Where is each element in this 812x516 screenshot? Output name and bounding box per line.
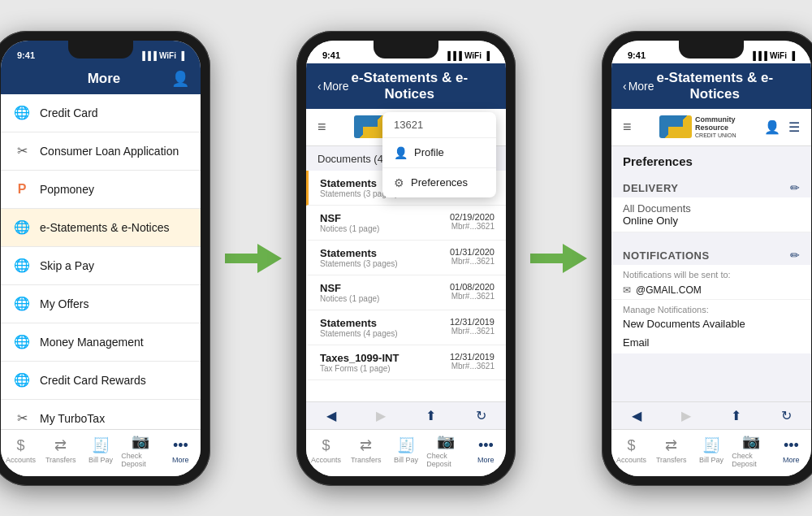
tab-bar-1: $ Accounts ⇄ Transfers 🧾 Bill Pay 📷 Chec… <box>1 429 201 476</box>
doc-item-1[interactable]: NSF Notices (1 page) 02/19/2020 Mbr#...3… <box>306 206 506 241</box>
arrow-2 <box>530 241 587 276</box>
doc-title-4: Statements <box>320 317 398 329</box>
more-icon-2: ••• <box>478 437 494 454</box>
docs-label: Documents (43) <box>317 153 393 165</box>
menu-item-money-mgmt[interactable]: 🌐 Money Management <box>1 323 201 362</box>
user-icon[interactable]: 👤 <box>171 70 189 88</box>
menu-item-estatements[interactable]: 🌐 e-Statements & e-Notices <box>1 209 201 247</box>
tab-accounts-1[interactable]: $ Accounts <box>2 437 41 464</box>
tab-transfers-2[interactable]: ⇄ Transfers <box>347 436 386 464</box>
tab-bar-2: $ Accounts ⇄ Transfers 🧾 Bill Pay 📷 Chec… <box>306 429 506 476</box>
tab-label-checkdeposit-2: Check Deposit <box>426 452 465 468</box>
tab-label-billpay-2: Bill Pay <box>394 456 418 464</box>
scissors-icon-2: ✂ <box>12 409 32 428</box>
nav-share-btn-3[interactable]: ⬆ <box>731 408 741 423</box>
doc-item-2[interactable]: Statements Statements (3 pages) 01/31/20… <box>306 241 506 275</box>
battery-icon: ▐ <box>179 51 184 60</box>
tab-more-3[interactable]: ••• More <box>771 437 810 464</box>
globe-icon-2: 🌐 <box>12 218 32 237</box>
tab-billpay-1[interactable]: 🧾 Bill Pay <box>81 436 120 464</box>
battery-icon-3: ▐ <box>789 51 795 60</box>
globe-icon-1: 🌐 <box>12 103 32 123</box>
back-button-3[interactable]: ‹ More <box>623 80 654 93</box>
status-bar-2: 9:41 ▐▐▐ WiFi ▐ <box>306 41 506 63</box>
billpay-icon-2: 🧾 <box>397 436 415 454</box>
tab-checkdeposit-1[interactable]: 📷 Check Deposit <box>121 432 160 468</box>
notif-sent-label: Notifications will be sent to: <box>611 265 811 281</box>
back-button-2[interactable]: ‹ More <box>317 80 349 93</box>
doc-item-3[interactable]: NSF Notices (1 page) 01/08/2020 Mbr#...3… <box>306 275 506 310</box>
doc-item-4[interactable]: Statements Statements (4 pages) 12/31/20… <box>306 310 506 345</box>
menu-item-consumer-loan[interactable]: ✂ Consumer Loan Application <box>1 132 201 171</box>
user-icon-3[interactable]: 👤 <box>764 119 780 135</box>
nav-forward-btn-2[interactable]: ▶ <box>376 408 386 423</box>
menu-item-turbotax[interactable]: ✂ My TurboTax <box>1 400 201 429</box>
phone-1: 9:41 ▐▐▐ WiFi ▐ More 👤 🌐 Credit Card <box>0 31 210 486</box>
dropdown-preferences[interactable]: ⚙ Preferences <box>382 168 496 197</box>
menu-item-skip-pay[interactable]: 🌐 Skip a Pay <box>1 247 201 285</box>
doc-date-3: 01/08/2020 <box>450 282 495 292</box>
cu-logo-3: Community Resource CREDIT UNION <box>659 115 736 140</box>
all-docs-label: All Documents <box>623 202 800 215</box>
billpay-icon-1: 🧾 <box>92 436 110 454</box>
tab-accounts-3[interactable]: $ Accounts <box>612 437 651 464</box>
profile-icon: 👤 <box>394 146 408 159</box>
tab-more-1[interactable]: ••• More <box>161 437 200 464</box>
dropdown-profile[interactable]: 👤 Profile <box>382 138 496 168</box>
doc-sub-1: Notices (1 page) <box>320 224 379 233</box>
doc-sub-5: Tax Forms (1 page) <box>320 364 399 373</box>
manage-notif-label: Manage Notifications: <box>611 300 811 316</box>
menu-item-credit-card[interactable]: 🌐 Credit Card <box>1 94 201 132</box>
tab-billpay-3[interactable]: 🧾 Bill Pay <box>692 436 731 464</box>
doc-title-3: NSF <box>320 282 379 294</box>
tab-accounts-2[interactable]: $ Accounts <box>307 437 346 464</box>
nav-forward-btn-3[interactable]: ▶ <box>681 408 691 423</box>
wifi-icon: WiFi <box>159 51 176 60</box>
delivery-edit-icon[interactable]: ✏ <box>790 181 800 194</box>
menu-label-skip-pay: Skip a Pay <box>40 259 94 272</box>
email-icon: ✉ <box>623 284 631 296</box>
menu-item-cc-rewards[interactable]: 🌐 Credit Card Rewards <box>1 362 201 400</box>
status-bar-3: 9:41 ▐▐▐ WiFi ▐ <box>611 41 811 63</box>
doc-mbr-4: Mbr#...3621 <box>450 327 495 336</box>
tab-label-billpay-1: Bill Pay <box>89 456 113 464</box>
notifications-edit-icon[interactable]: ✏ <box>790 249 800 262</box>
status-icons-1: ▐▐▐ WiFi ▐ <box>140 51 184 60</box>
nav-refresh-btn-2[interactable]: ↻ <box>476 408 486 423</box>
doc-sub-3: Notices (1 page) <box>320 294 379 303</box>
signal-icon: ▐▐▐ <box>140 51 157 60</box>
tab-transfers-3[interactable]: ⇄ Transfers <box>652 436 691 464</box>
doc-item-5[interactable]: Taxes_1099-INT Tax Forms (1 page) 12/31/… <box>306 345 506 380</box>
svg-marker-1 <box>530 244 587 273</box>
menu-item-popmoney[interactable]: P Popmoney <box>1 171 201 209</box>
tab-label-billpay-3: Bill Pay <box>699 456 723 464</box>
doc-sub-4: Statements (4 pages) <box>320 329 398 338</box>
tab-more-2[interactable]: ••• More <box>466 437 505 464</box>
notifications-label: Notifications <box>623 249 710 262</box>
dropdown-account-num: 13621 <box>382 112 496 138</box>
tab-label-more-3: More <box>783 456 800 464</box>
all-docs-value: Online Only <box>623 215 800 227</box>
doc-title-5: Taxes_1099-INT <box>320 352 399 364</box>
tab-transfers-1[interactable]: ⇄ Transfers <box>41 436 80 464</box>
svg-marker-0 <box>225 244 282 273</box>
nav-back-btn-3[interactable]: ◀ <box>632 408 641 423</box>
tab-billpay-2[interactable]: 🧾 Bill Pay <box>387 436 425 464</box>
menu-label-estatements: e-Statements & e-Notices <box>40 221 170 234</box>
tab-checkdeposit-2[interactable]: 📷 Check Deposit <box>426 432 465 468</box>
email-row: ✉ @GMAIL.COM <box>611 281 811 300</box>
nav-back-btn-2[interactable]: ◀ <box>326 408 336 423</box>
tab-label-accounts-3: Accounts <box>616 456 646 464</box>
nav-share-btn-2[interactable]: ⬆ <box>425 408 436 423</box>
menu-label-turbotax: My TurboTax <box>40 412 105 425</box>
list-icon-3[interactable]: ☰ <box>788 119 800 135</box>
doc-mbr-2: Mbr#...3621 <box>450 257 495 266</box>
page-title-3: e-Statements & e-Notices <box>654 70 775 102</box>
doc-title-1: NSF <box>320 212 379 224</box>
tab-checkdeposit-3[interactable]: 📷 Check Deposit <box>732 432 771 468</box>
nav-refresh-btn-3[interactable]: ↻ <box>781 408 792 423</box>
doc-mbr-1: Mbr#...3621 <box>450 222 495 231</box>
menu-item-my-offers[interactable]: 🌐 My Offers <box>1 285 201 323</box>
signal-icon-3: ▐▐▐ <box>750 51 767 60</box>
doc-date-1: 02/19/2020 <box>450 212 495 222</box>
